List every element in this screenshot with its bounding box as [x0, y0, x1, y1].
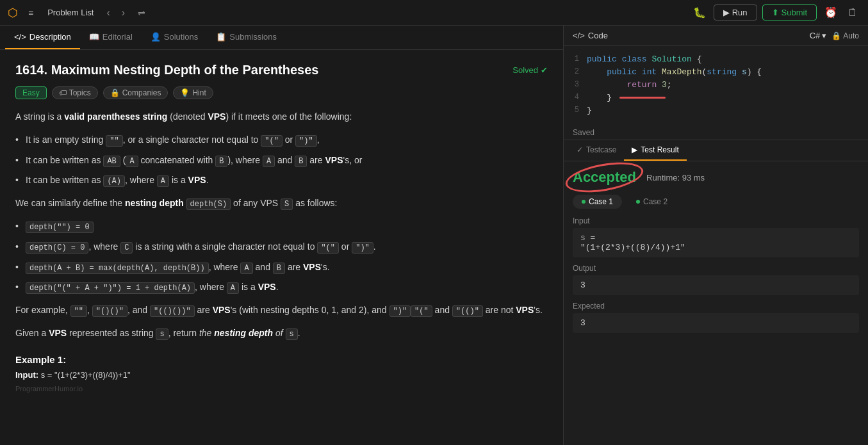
lock-icon: 🔒: [831, 31, 841, 40]
tab-submissions[interactable]: 📋 Submissions: [207, 26, 286, 49]
test-result-content: Accepted Runtime: 93 ms Case 1 Case 2: [564, 161, 868, 445]
watermark: ProgrammerHumor.io: [15, 385, 548, 392]
line-code-4: }: [587, 93, 868, 102]
line-code-3: return 3;: [587, 80, 868, 90]
menu-button[interactable]: ≡: [24, 5, 37, 20]
language-selector: C# ▾ 🔒 Auto: [810, 31, 859, 40]
code-line-2: 2 public int MaxDepth(string s) {: [564, 67, 868, 79]
depth-item-2: depth(C) = 0, where C is a string with a…: [15, 239, 548, 255]
code-icon: </>: [573, 31, 585, 40]
right-panel: </> Code C# ▾ 🔒 Auto 1 public class S: [564, 26, 868, 445]
logo-icon: ⬡: [8, 6, 18, 20]
code-editor[interactable]: 1 public class Solution { 2 public int M…: [564, 46, 868, 125]
depth-item-1: depth("") = 0: [15, 219, 548, 234]
input-var-name: s =: [580, 233, 595, 243]
problem-tabs: </> Description 📖 Editorial 👤 Solutions …: [0, 26, 563, 50]
main-layout: </> Description 📖 Editorial 👤 Solutions …: [0, 26, 868, 445]
line-code-2: public int MaxDepth(string s) {: [587, 67, 868, 77]
description-icon: </>: [14, 32, 26, 42]
debug-button[interactable]: 🐛: [691, 4, 708, 21]
code-line-1: 1 public class Solution {: [564, 54, 868, 67]
submissions-icon: 📋: [216, 32, 226, 42]
testcase-icon: ✓: [577, 145, 583, 154]
case-tab-1[interactable]: Case 1: [573, 195, 622, 209]
topics-tag[interactable]: 🏷 Topics: [52, 86, 98, 99]
saved-text: Saved: [564, 125, 868, 140]
runtime-text: Runtime: 93 ms: [646, 173, 705, 182]
check-icon: ✔: [541, 65, 548, 75]
example-header: Example 1:: [15, 354, 548, 365]
alarm-button[interactable]: ⏰: [822, 4, 840, 21]
output-section: Output 3: [573, 264, 859, 295]
problem-list-button[interactable]: Problem List: [44, 5, 97, 20]
left-panel: </> Description 📖 Editorial 👤 Solutions …: [0, 26, 564, 445]
language-button[interactable]: C# ▾: [810, 31, 827, 40]
output-value: 3: [573, 275, 859, 295]
list-item-1: It is an empty string "", or a single ch…: [15, 133, 548, 148]
case2-dot: [636, 200, 640, 204]
code-title: </> Code: [573, 31, 608, 40]
editorial-icon: 📖: [89, 32, 99, 42]
tab-testcase[interactable]: ✓ Testcase: [569, 140, 624, 161]
companies-tag[interactable]: 🔒 Companies: [103, 86, 168, 99]
tab-solutions[interactable]: 👤 Solutions: [142, 26, 207, 49]
line-num-2: 2: [564, 67, 587, 76]
input-section: Input s = "(1+(2*3)+((8)/4))+1": [573, 216, 859, 257]
case-tab-2[interactable]: Case 2: [627, 195, 676, 209]
example-section: Example 1: Input: s = "(1+(2*3)+((8)/4))…: [15, 354, 548, 380]
accepted-container: Accepted Runtime: 93 ms: [573, 169, 859, 186]
topics-icon: 🏷: [59, 88, 67, 97]
depth-item-3: depth(A + B) = max(depth(A), depth(B)), …: [15, 260, 548, 275]
output-label: Output: [573, 264, 859, 273]
expected-label: Expected: [573, 302, 859, 311]
depth-intro: We can similarly define the nesting dept…: [15, 196, 548, 211]
bottom-tabs: ✓ Testcase ▶ Test Result: [564, 140, 868, 161]
tags-row: Easy 🏷 Topics 🔒 Companies 💡 Hint: [15, 86, 548, 99]
problem-content: 1614. Maximum Nesting Depth of the Paren…: [0, 50, 563, 445]
testresult-icon: ▶: [632, 145, 637, 154]
topbar-left: ⬡ ≡ Problem List ‹ › ⇌: [8, 4, 149, 21]
line-code-1: public class Solution {: [587, 54, 868, 64]
menu-icon: ≡: [28, 8, 33, 18]
submit-button[interactable]: ⬆ Submit: [762, 4, 817, 20]
companies-icon: 🔒: [110, 88, 120, 97]
prev-problem-button[interactable]: ‹: [104, 4, 112, 21]
description-intro: A string is a valid parentheses string (…: [15, 109, 548, 125]
notes-button[interactable]: 🗒: [845, 4, 860, 21]
auto-button[interactable]: 🔒 Auto: [831, 31, 859, 40]
problem-description: A string is a valid parentheses string (…: [15, 109, 548, 341]
expected-value: 3: [573, 313, 859, 333]
solved-badge: Solved ✔: [512, 65, 548, 75]
shuffle-button[interactable]: ⇌: [134, 5, 149, 20]
line-num-3: 3: [564, 80, 587, 89]
example-text: For example, "", "()()", and "(()())" ar…: [15, 303, 548, 318]
problem-title: 1614. Maximum Nesting Depth of the Paren…: [15, 63, 319, 77]
line-num-1: 1: [564, 54, 587, 63]
next-problem-button[interactable]: ›: [119, 4, 127, 21]
code-line-3: 3 return 3;: [564, 79, 868, 92]
run-button[interactable]: ▶ Run: [714, 4, 757, 20]
topbar-right: 🐛 ▶ Run ⬆ Submit ⏰ 🗒: [691, 4, 860, 21]
topbar: ⬡ ≡ Problem List ‹ › ⇌ 🐛 ▶ Run ⬆ Submit …: [0, 0, 868, 26]
input-string-value: "(1+(2*3)+((8)/4))+1": [580, 243, 685, 252]
line-num-5: 5: [564, 106, 587, 115]
problem-statement: Given a VPS represented as string s, ret…: [15, 326, 548, 341]
hint-tag[interactable]: 💡 Hint: [173, 86, 213, 99]
tab-description[interactable]: </> Description: [5, 26, 80, 49]
input-value: s = "(1+(2*3)+((8)/4))+1": [573, 228, 859, 257]
bottom-panel: ✓ Testcase ▶ Test Result Accepted Runtim…: [564, 140, 868, 445]
list-item-2: It can be written as AB (A concatenated …: [15, 153, 548, 168]
solutions-icon: 👤: [151, 32, 161, 42]
expected-section: Expected 3: [573, 302, 859, 333]
example-input: Input: s = "(1+(2*3)+((8)/4))+1": [15, 370, 548, 380]
tab-testresult[interactable]: ▶ Test Result: [624, 140, 686, 161]
tab-editorial[interactable]: 📖 Editorial: [80, 26, 142, 49]
difficulty-badge: Easy: [15, 86, 47, 99]
description-list: It is an empty string "", or a single ch…: [15, 133, 548, 188]
input-label: Input: [573, 216, 859, 225]
line-code-5: }: [587, 106, 868, 115]
accepted-badge: Accepted: [573, 169, 636, 186]
list-item-3: It can be written as (A), where A is a V…: [15, 173, 548, 188]
depth-list: depth("") = 0 depth(C) = 0, where C is a…: [15, 219, 548, 295]
hint-icon: 💡: [180, 88, 190, 97]
